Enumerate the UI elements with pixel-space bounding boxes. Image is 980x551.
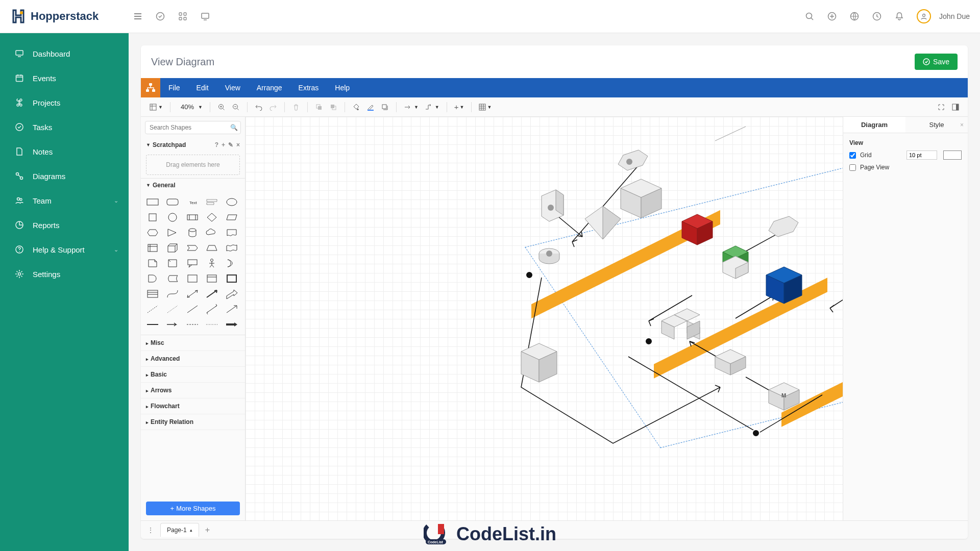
shape-link-arrow-h[interactable] [165,318,180,331]
insert-dropdown[interactable]: +▼ [452,103,467,111]
shape-data-storage[interactable] [165,272,180,285]
sidebar-item-projects[interactable]: Projects [0,90,129,115]
scratchpad-add-icon[interactable]: + [222,141,225,148]
shape-bidir-connector[interactable] [204,303,219,315]
fullscreen-icon[interactable] [935,101,947,113]
search-icon[interactable] [804,11,815,21]
shape-container[interactable] [185,272,200,285]
sidebar-item-dashboard[interactable]: Dashboard [0,41,129,66]
shape-triangle[interactable] [165,227,180,239]
scratchpad-edit-icon[interactable]: ✎ [228,141,233,148]
shape-ellipse[interactable] [224,196,239,208]
grid-color-swatch[interactable] [943,151,962,160]
shape-tape[interactable] [224,242,239,254]
sidebar-item-notes[interactable]: Notes [0,139,129,164]
close-icon[interactable]: × [960,121,964,129]
menu-arrange[interactable]: Arrange [249,78,290,97]
category-basic[interactable]: ▸Basic [141,367,245,383]
shape-link-dotted-h[interactable] [204,318,219,331]
menu-help[interactable]: Help [327,78,358,97]
shape-dotted-line[interactable] [165,303,180,315]
format-panel-toggle-icon[interactable] [949,101,962,113]
sidebar-item-help[interactable]: Help & Support⌄ [0,237,129,262]
shape-cube[interactable] [165,242,180,254]
diagram-canvas[interactable]: M [246,117,843,520]
page-menu-icon[interactable]: ⋮ [147,526,154,534]
shape-link-thick-h[interactable] [224,318,239,331]
grid-size-input[interactable] [906,151,937,160]
shape-arrow[interactable] [204,288,219,300]
sidebar-item-events[interactable]: Events [0,66,129,90]
to-back-icon[interactable] [327,101,339,113]
category-advanced[interactable]: ▸Advanced [141,351,245,367]
shape-bidir-arrow[interactable] [185,288,200,300]
shape-cylinder[interactable] [185,227,200,239]
zoom-out-icon[interactable] [230,101,242,113]
delete-icon[interactable] [290,101,302,113]
shape-process[interactable] [185,211,200,223]
shape-diamond[interactable] [204,211,219,223]
shape-step[interactable] [185,242,200,254]
general-shapes-header[interactable]: ▼ General [141,179,245,192]
shape-link-solid-h[interactable] [145,318,160,331]
page-tab-1[interactable]: Page-1▴ [160,523,199,537]
search-shapes-input[interactable] [145,121,241,134]
shape-container-header[interactable] [204,272,219,285]
user-avatar[interactable] [917,9,931,23]
add-circle-icon[interactable] [827,11,837,21]
shape-curve[interactable] [165,288,180,300]
shape-internal-storage[interactable] [145,242,160,254]
line-color-icon[interactable] [364,101,377,113]
category-arrows[interactable]: ▸Arrows [141,383,245,398]
sidebar-item-team[interactable]: Team⌄ [0,188,129,213]
more-shapes-button[interactable]: +More Shapes [146,502,240,515]
bell-icon[interactable] [894,11,904,21]
shape-parallelogram[interactable] [224,211,239,223]
shape-note[interactable] [145,257,160,269]
user-name[interactable]: John Due [939,12,970,20]
shape-circle[interactable] [165,211,180,223]
scratchpad-help-icon[interactable]: ? [215,141,218,148]
shape-rectangle[interactable] [145,196,160,208]
fill-color-icon[interactable] [350,101,362,113]
shape-link-dashed-h[interactable] [185,318,200,331]
shape-and[interactable] [145,272,160,285]
redo-icon[interactable] [267,101,279,113]
scratchpad-close-icon[interactable]: × [236,141,240,148]
hamburger-icon[interactable] [133,11,143,21]
shape-or[interactable] [224,257,239,269]
to-front-icon[interactable] [313,101,325,113]
scratchpad-dropzone[interactable]: Drag elements here [146,155,240,175]
category-flowchart[interactable]: ▸Flowchart [141,398,245,414]
shape-line[interactable] [185,303,200,315]
globe-icon[interactable] [849,11,860,21]
category-misc[interactable]: ▸Misc [141,335,245,351]
grid-checkbox[interactable] [849,152,856,159]
sidebar-item-settings[interactable]: Settings [0,262,129,286]
drawio-logo-icon[interactable] [141,78,160,97]
shape-directional[interactable] [224,303,239,315]
scratchpad-header[interactable]: ▼ Scratchpad ? + ✎ × [141,138,245,152]
zoom-in-icon[interactable] [215,101,228,113]
save-button[interactable]: Save [915,54,958,70]
shape-trapezoid[interactable] [204,242,219,254]
menu-view[interactable]: View [217,78,249,97]
sidebar-item-tasks[interactable]: Tasks [0,115,129,139]
shape-dashed-line[interactable] [145,303,160,315]
clock-icon[interactable] [872,11,882,21]
brand-logo[interactable]: Hopperstack [10,8,128,24]
check-circle-icon[interactable] [155,11,165,21]
search-icon[interactable]: 🔍 [230,124,238,131]
sidebar-item-reports[interactable]: Reports [0,213,129,237]
shape-cloud[interactable] [204,227,219,239]
sidebar-item-diagrams[interactable]: Diagrams [0,164,129,188]
shape-document[interactable] [224,227,239,239]
shape-text[interactable]: Text [185,196,200,208]
add-page-button[interactable]: + [205,525,210,535]
shape-callout[interactable] [185,257,200,269]
shape-rounded-rect[interactable] [165,196,180,208]
monitor-icon[interactable] [200,11,210,21]
shadow-icon[interactable] [379,101,391,113]
pageview-checkbox[interactable] [849,164,856,171]
menu-edit[interactable]: Edit [188,78,217,97]
